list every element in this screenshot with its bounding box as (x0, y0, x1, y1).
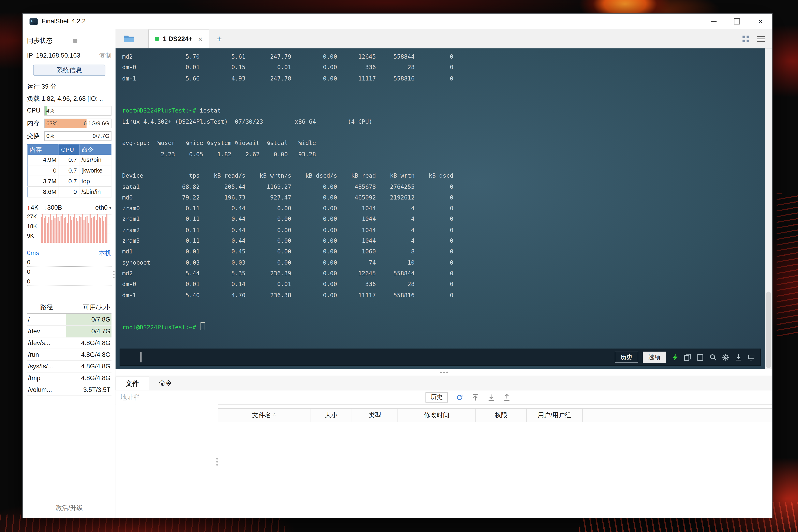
file-col-3[interactable]: 修改时间 (398, 409, 476, 422)
address-history-button[interactable]: 历史 (425, 392, 448, 402)
process-cell-command: top (79, 176, 111, 187)
network-bar (94, 216, 95, 243)
terminal-line (122, 127, 762, 138)
network-bar (107, 214, 108, 243)
network-bar (55, 218, 56, 243)
process-cell-cpu: 0.7 (59, 155, 79, 165)
activate-upgrade-link[interactable]: 激活/升级 (23, 498, 116, 518)
terminal-line: md2 5.44 5.35 236.39 0.00 12645 558844 0 (122, 268, 762, 279)
layout-grid-icon[interactable] (742, 35, 749, 42)
paste-icon[interactable] (696, 353, 704, 361)
gear-icon[interactable] (722, 353, 730, 361)
file-col-2[interactable]: 类型 (352, 409, 398, 422)
refresh-icon[interactable] (456, 393, 464, 401)
network-bar (99, 217, 100, 243)
network-bar (80, 217, 81, 243)
network-bar (102, 216, 103, 243)
disk-row[interactable]: /run4.8G/4.8G (27, 349, 112, 361)
bolt-icon[interactable] (671, 353, 679, 361)
file-col-0[interactable]: 文件名^ (218, 409, 310, 422)
interface-name: eth0 (95, 204, 108, 211)
options-button[interactable]: 选项 (643, 352, 666, 363)
search-icon[interactable] (709, 353, 717, 361)
process-cell-cpu: 0 (59, 187, 79, 197)
terminal-output: md2 5.70 5.61 247.79 0.00 12645 558844 0… (122, 52, 762, 346)
disk-cell-size: 0/4.7G (66, 325, 112, 337)
memory-progress-bar: 63% 6.1G/9.6G (44, 118, 111, 128)
tab-close-icon[interactable]: × (198, 35, 203, 43)
minimize-icon (710, 21, 716, 22)
copy-icon[interactable] (683, 353, 691, 361)
desktop: FinalShell 4.2.2 × 同步状态 IP 192.168.50.16… (0, 0, 798, 532)
process-row[interactable]: 4.9M0.7/usr/bin (27, 155, 111, 165)
file-col-4[interactable]: 权限 (476, 409, 527, 422)
disk-row[interactable]: /dev/s...4.8G/4.8G (27, 337, 112, 349)
disk-row[interactable]: /0/7.8G (27, 314, 112, 326)
network-bar (82, 214, 83, 243)
address-input[interactable]: 地址栏 (116, 393, 425, 402)
file-col-label: 文件名 (252, 411, 271, 420)
disk-row[interactable]: /sys/fs/...4.8G/4.8G (27, 360, 112, 372)
process-col-memory[interactable]: 内存 (27, 144, 59, 155)
disk-col-size[interactable]: 可用/大小 (66, 301, 112, 314)
maximize-button[interactable] (725, 14, 748, 29)
ping-target-link[interactable]: 本机 (99, 249, 112, 257)
monitor-icon[interactable] (747, 353, 755, 361)
tab-ds224[interactable]: 1 DS224+ × (148, 29, 209, 48)
network-bar (56, 214, 57, 243)
disk-table[interactable]: 路径 可用/大小 /0/7.8G/dev0/4.7G/dev/s...4.8G/… (27, 301, 112, 396)
process-col-cpu[interactable]: CPU (59, 144, 79, 155)
network-bar (65, 217, 66, 243)
download-rate: 300B (47, 204, 62, 211)
history-button[interactable]: 历史 (615, 352, 638, 363)
network-bar (77, 222, 78, 243)
terminal-line: avg-cpu: %user %nice %system %iowait %st… (122, 138, 762, 149)
process-row[interactable]: 8.6M0/sbin/in (27, 187, 111, 197)
disk-row[interactable]: /volum...3.5T/3.5T (27, 384, 112, 396)
download-icon[interactable] (734, 353, 742, 361)
uptime-label: 运行 39 分 (27, 82, 112, 91)
directory-tree-pane[interactable] (116, 404, 218, 518)
interface-select[interactable]: eth0 ▾ (95, 204, 112, 211)
network-bar (97, 214, 98, 243)
file-list-empty[interactable] (218, 422, 772, 518)
tree-splitter-handle[interactable] (216, 458, 218, 466)
tab-files[interactable]: 文件 (116, 377, 149, 391)
file-col-label: 类型 (368, 411, 381, 420)
swap-meter-row: 交换 0% 0/7.7G (27, 131, 112, 140)
menu-icon[interactable] (757, 36, 765, 41)
disk-row[interactable]: /tmp4.8G/4.8G (27, 372, 112, 384)
process-cell-cpu: 0.7 (59, 176, 79, 187)
system-info-button[interactable]: 系统信息 (33, 65, 105, 76)
minimize-button[interactable] (702, 14, 725, 29)
terminal-cursor (201, 322, 205, 330)
upload-icon[interactable] (503, 393, 511, 401)
copy-ip-link[interactable]: 复制 (99, 51, 111, 60)
tab-bar: 1 DS224+ × + (116, 29, 772, 49)
tab-commands[interactable]: 命令 (149, 376, 182, 390)
process-row[interactable]: 00.7[kworke (27, 165, 111, 176)
process-table[interactable]: 内存 CPU 命令 4.9M0.7/usr/bin00.7[kworke3.7M… (27, 144, 112, 197)
scrollbar-thumb[interactable] (766, 291, 771, 368)
disk-col-path[interactable]: 路径 (27, 301, 66, 314)
terminal[interactable]: md2 5.70 5.61 247.79 0.00 12645 558844 0… (116, 48, 772, 369)
process-col-command[interactable]: 命令 (79, 144, 111, 155)
sidebar-splitter-handle[interactable] (113, 271, 115, 278)
network-bar (90, 214, 91, 243)
file-col-5[interactable]: 用户/用户组 (527, 409, 583, 422)
panel-splitter[interactable] (116, 369, 772, 376)
terminal-scrollbar[interactable] (765, 48, 772, 369)
close-button[interactable]: × (749, 14, 772, 29)
process-cell-memory: 8.6M (27, 187, 59, 197)
network-bar (71, 220, 72, 243)
ip-row: IP 192.168.50.163 复制 (27, 51, 112, 60)
new-tab-button[interactable]: + (216, 34, 222, 43)
disk-row[interactable]: /dev0/4.7G (27, 325, 112, 337)
download-icon[interactable] (487, 393, 495, 401)
process-row[interactable]: 3.7M0.7top (27, 176, 111, 187)
folder-icon[interactable] (124, 34, 135, 43)
memory-label: 内存 (27, 119, 44, 128)
command-input-bar[interactable]: 历史 选项 (120, 348, 761, 366)
file-col-1[interactable]: 大小 (310, 409, 352, 422)
up-directory-icon[interactable] (471, 393, 479, 401)
